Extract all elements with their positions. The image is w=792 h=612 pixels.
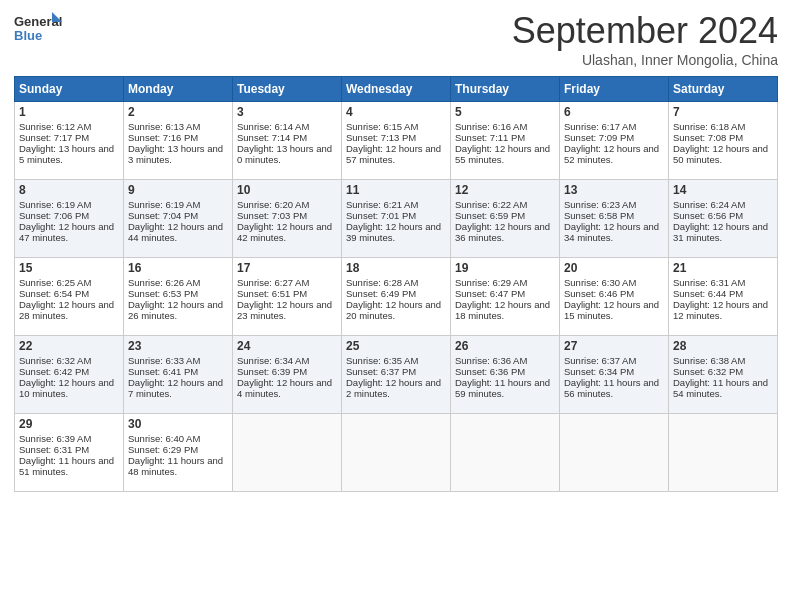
calendar-day-cell: [560, 414, 669, 492]
calendar-body: 1Sunrise: 6:12 AMSunset: 7:17 PMDaylight…: [15, 102, 778, 492]
col-thursday: Thursday: [451, 77, 560, 102]
sunset-text: Sunset: 6:49 PM: [346, 288, 416, 299]
sunset-text: Sunset: 6:58 PM: [564, 210, 634, 221]
sunset-text: Sunset: 7:01 PM: [346, 210, 416, 221]
daylight-text: Daylight: 12 hours and 47 minutes.: [19, 221, 114, 243]
day-number: 28: [673, 339, 773, 353]
day-number: 26: [455, 339, 555, 353]
sunset-text: Sunset: 7:11 PM: [455, 132, 525, 143]
sunrise-text: Sunrise: 6:15 AM: [346, 121, 418, 132]
daylight-text: Daylight: 12 hours and 23 minutes.: [237, 299, 332, 321]
day-number: 27: [564, 339, 664, 353]
sunrise-text: Sunrise: 6:29 AM: [455, 277, 527, 288]
title-block: September 2024 Ulashan, Inner Mongolia, …: [512, 10, 778, 68]
calendar-day-cell: [233, 414, 342, 492]
calendar-day-cell: 21Sunrise: 6:31 AMSunset: 6:44 PMDayligh…: [669, 258, 778, 336]
calendar-day-cell: [342, 414, 451, 492]
calendar-day-cell: 23Sunrise: 6:33 AMSunset: 6:41 PMDayligh…: [124, 336, 233, 414]
daylight-text: Daylight: 12 hours and 18 minutes.: [455, 299, 550, 321]
col-sunday: Sunday: [15, 77, 124, 102]
day-number: 21: [673, 261, 773, 275]
sunrise-text: Sunrise: 6:18 AM: [673, 121, 745, 132]
daylight-text: Daylight: 11 hours and 59 minutes.: [455, 377, 550, 399]
calendar-day-cell: 1Sunrise: 6:12 AMSunset: 7:17 PMDaylight…: [15, 102, 124, 180]
calendar-day-cell: 26Sunrise: 6:36 AMSunset: 6:36 PMDayligh…: [451, 336, 560, 414]
page-container: General Blue September 2024 Ulashan, Inn…: [0, 0, 792, 502]
sunrise-text: Sunrise: 6:25 AM: [19, 277, 91, 288]
calendar-day-cell: [451, 414, 560, 492]
sunrise-text: Sunrise: 6:33 AM: [128, 355, 200, 366]
logo-svg: General Blue: [14, 10, 64, 52]
sunset-text: Sunset: 7:06 PM: [19, 210, 89, 221]
sunrise-text: Sunrise: 6:21 AM: [346, 199, 418, 210]
sunset-text: Sunset: 6:53 PM: [128, 288, 198, 299]
svg-text:Blue: Blue: [14, 28, 42, 43]
calendar-day-cell: 17Sunrise: 6:27 AMSunset: 6:51 PMDayligh…: [233, 258, 342, 336]
sunset-text: Sunset: 6:54 PM: [19, 288, 89, 299]
calendar-week-row: 15Sunrise: 6:25 AMSunset: 6:54 PMDayligh…: [15, 258, 778, 336]
sunrise-text: Sunrise: 6:32 AM: [19, 355, 91, 366]
sunrise-text: Sunrise: 6:31 AM: [673, 277, 745, 288]
sunrise-text: Sunrise: 6:16 AM: [455, 121, 527, 132]
calendar-day-cell: 2Sunrise: 6:13 AMSunset: 7:16 PMDaylight…: [124, 102, 233, 180]
sunrise-text: Sunrise: 6:22 AM: [455, 199, 527, 210]
sunset-text: Sunset: 7:09 PM: [564, 132, 634, 143]
calendar-day-cell: 14Sunrise: 6:24 AMSunset: 6:56 PMDayligh…: [669, 180, 778, 258]
sunset-text: Sunset: 7:04 PM: [128, 210, 198, 221]
calendar-day-cell: 5Sunrise: 6:16 AMSunset: 7:11 PMDaylight…: [451, 102, 560, 180]
daylight-text: Daylight: 12 hours and 26 minutes.: [128, 299, 223, 321]
calendar-day-cell: 25Sunrise: 6:35 AMSunset: 6:37 PMDayligh…: [342, 336, 451, 414]
calendar-day-cell: 4Sunrise: 6:15 AMSunset: 7:13 PMDaylight…: [342, 102, 451, 180]
sunset-text: Sunset: 6:34 PM: [564, 366, 634, 377]
daylight-text: Daylight: 12 hours and 52 minutes.: [564, 143, 659, 165]
sunset-text: Sunset: 6:56 PM: [673, 210, 743, 221]
day-number: 1: [19, 105, 119, 119]
daylight-text: Daylight: 11 hours and 48 minutes.: [128, 455, 223, 477]
sunset-text: Sunset: 6:47 PM: [455, 288, 525, 299]
daylight-text: Daylight: 11 hours and 56 minutes.: [564, 377, 659, 399]
calendar-day-cell: 13Sunrise: 6:23 AMSunset: 6:58 PMDayligh…: [560, 180, 669, 258]
sunset-text: Sunset: 6:51 PM: [237, 288, 307, 299]
sunset-text: Sunset: 7:17 PM: [19, 132, 89, 143]
daylight-text: Daylight: 12 hours and 44 minutes.: [128, 221, 223, 243]
calendar-location: Ulashan, Inner Mongolia, China: [512, 52, 778, 68]
day-number: 14: [673, 183, 773, 197]
calendar-day-cell: 15Sunrise: 6:25 AMSunset: 6:54 PMDayligh…: [15, 258, 124, 336]
calendar-day-cell: 10Sunrise: 6:20 AMSunset: 7:03 PMDayligh…: [233, 180, 342, 258]
daylight-text: Daylight: 12 hours and 20 minutes.: [346, 299, 441, 321]
calendar-table: Sunday Monday Tuesday Wednesday Thursday…: [14, 76, 778, 492]
sunset-text: Sunset: 6:42 PM: [19, 366, 89, 377]
calendar-day-cell: 22Sunrise: 6:32 AMSunset: 6:42 PMDayligh…: [15, 336, 124, 414]
calendar-header-row: Sunday Monday Tuesday Wednesday Thursday…: [15, 77, 778, 102]
daylight-text: Daylight: 12 hours and 31 minutes.: [673, 221, 768, 243]
sunrise-text: Sunrise: 6:19 AM: [19, 199, 91, 210]
calendar-title: September 2024: [512, 10, 778, 52]
sunrise-text: Sunrise: 6:40 AM: [128, 433, 200, 444]
daylight-text: Daylight: 12 hours and 39 minutes.: [346, 221, 441, 243]
calendar-day-cell: 8Sunrise: 6:19 AMSunset: 7:06 PMDaylight…: [15, 180, 124, 258]
sunrise-text: Sunrise: 6:14 AM: [237, 121, 309, 132]
sunset-text: Sunset: 6:29 PM: [128, 444, 198, 455]
sunset-text: Sunset: 7:03 PM: [237, 210, 307, 221]
calendar-day-cell: 30Sunrise: 6:40 AMSunset: 6:29 PMDayligh…: [124, 414, 233, 492]
sunrise-text: Sunrise: 6:39 AM: [19, 433, 91, 444]
calendar-day-cell: 6Sunrise: 6:17 AMSunset: 7:09 PMDaylight…: [560, 102, 669, 180]
sunset-text: Sunset: 6:32 PM: [673, 366, 743, 377]
sunrise-text: Sunrise: 6:30 AM: [564, 277, 636, 288]
sunset-text: Sunset: 6:59 PM: [455, 210, 525, 221]
day-number: 7: [673, 105, 773, 119]
day-number: 4: [346, 105, 446, 119]
calendar-day-cell: 27Sunrise: 6:37 AMSunset: 6:34 PMDayligh…: [560, 336, 669, 414]
sunrise-text: Sunrise: 6:23 AM: [564, 199, 636, 210]
logo: General Blue: [14, 10, 64, 52]
sunset-text: Sunset: 6:31 PM: [19, 444, 89, 455]
sunrise-text: Sunrise: 6:19 AM: [128, 199, 200, 210]
sunset-text: Sunset: 7:13 PM: [346, 132, 416, 143]
calendar-day-cell: 16Sunrise: 6:26 AMSunset: 6:53 PMDayligh…: [124, 258, 233, 336]
sunrise-text: Sunrise: 6:12 AM: [19, 121, 91, 132]
calendar-week-row: 22Sunrise: 6:32 AMSunset: 6:42 PMDayligh…: [15, 336, 778, 414]
daylight-text: Daylight: 12 hours and 57 minutes.: [346, 143, 441, 165]
day-number: 22: [19, 339, 119, 353]
day-number: 24: [237, 339, 337, 353]
sunrise-text: Sunrise: 6:13 AM: [128, 121, 200, 132]
